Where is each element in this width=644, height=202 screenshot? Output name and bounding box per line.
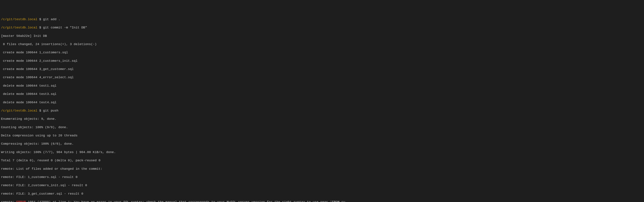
push-output: Writing objects: 100% (7/7), 904 bytes |… (1, 150, 643, 154)
prompt-dollar: $ (38, 109, 43, 113)
push-output: remote: FILE: 2_customers_init.sql - res… (1, 183, 643, 187)
prompt-line-1: /c/git/testdb.local $ git add . (1, 17, 643, 22)
commit-output: create mode 100644 2_customers_init.sql (1, 59, 643, 63)
commit-output: create mode 100644 3_get_customer.sql (1, 67, 643, 71)
push-output: remote: FILE: 1_customers.sql - result 0 (1, 175, 643, 179)
commit-output: create mode 100644 4_error_select.sql (1, 75, 643, 79)
prompt-path: /c/git/testdb.local (1, 26, 38, 29)
error-keyword: ERROR (16, 200, 26, 202)
push-output: Enumerating objects: 9, done. (1, 117, 643, 121)
push-output: Counting objects: 100% (9/9), done. (1, 125, 643, 130)
push-output: remote: List of files added or changed i… (1, 167, 643, 171)
push-output: Compressing objects: 100% (6/6), done. (1, 142, 643, 146)
commit-output: [master 50ab22e] Init DB (1, 34, 643, 38)
remote-prefix: remote: (1, 200, 16, 202)
prompt-path: /c/git/testdb.local (1, 18, 38, 21)
command-git-commit: git commit -m "Init DB" (43, 26, 87, 29)
command-git-push: git push (43, 109, 58, 113)
prompt-line-3: /c/git/testdb.local $ git push (1, 109, 643, 113)
prompt-path: /c/git/testdb.local (1, 109, 38, 113)
push-output: Total 7 (delta 0), reused 0 (delta 0), p… (1, 158, 643, 163)
push-output: Delta compression using up to 20 threads (1, 134, 643, 138)
commit-output: create mode 100644 1_customers.sql (1, 50, 643, 55)
error-message: 1064 (42000) at line 1: You have an erro… (26, 200, 345, 202)
command-git-add: git add . (43, 18, 60, 21)
prompt-dollar: $ (38, 18, 43, 21)
commit-output: delete mode 100644 test3.sql (1, 92, 643, 96)
push-output: remote: FILE: 3_get_customer.sql - resul… (1, 192, 643, 196)
commit-output: delete mode 100644 test1.sql (1, 84, 643, 88)
prompt-dollar: $ (38, 26, 43, 29)
prompt-line-2: /c/git/testdb.local $ git commit -m "Ini… (1, 26, 643, 30)
commit-output: 8 files changed, 24 insertions(+), 3 del… (1, 42, 643, 46)
push-output-error-line: remote: ERROR 1064 (42000) at line 1: Yo… (1, 200, 643, 202)
commit-output: delete mode 100644 test4.sql (1, 100, 643, 105)
